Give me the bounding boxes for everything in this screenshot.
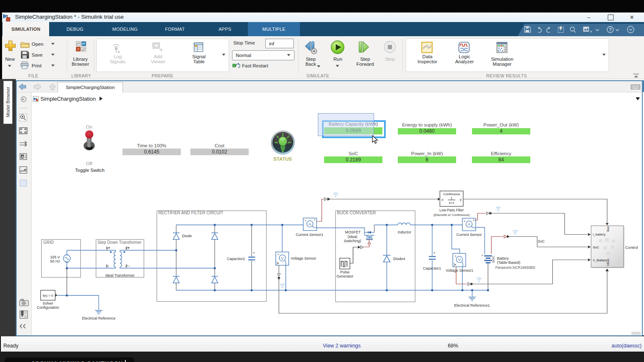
svg-text:?: ?: [609, 27, 612, 32]
svg-text:A: A: [21, 155, 24, 159]
